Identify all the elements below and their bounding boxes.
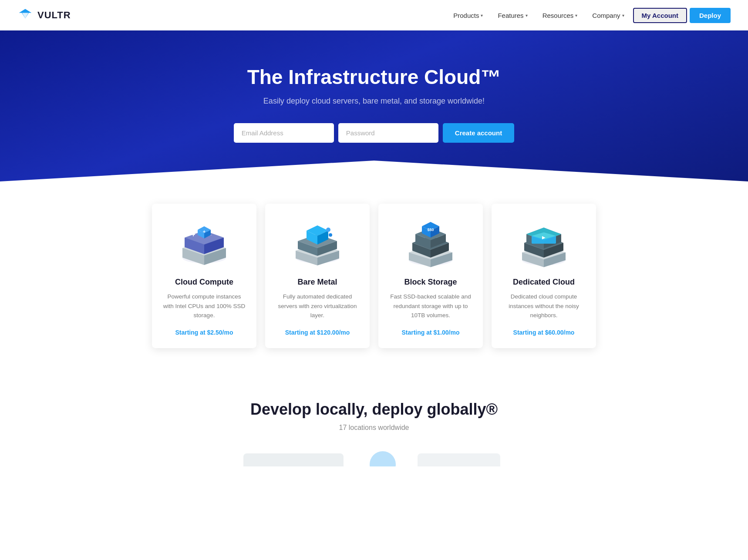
nav-item-company[interactable]: Company ▾ (586, 8, 630, 23)
nav-item-features[interactable]: Features ▾ (492, 8, 533, 23)
svg-text:+: + (191, 231, 195, 238)
card-title: Cloud Compute (175, 278, 233, 287)
nav-item-resources[interactable]: Resources ▾ (536, 8, 584, 23)
svg-point-29 (329, 233, 332, 237)
my-account-button[interactable]: My Account (633, 8, 687, 23)
svg-marker-1 (22, 13, 28, 19)
card-title: Dedicated Cloud (513, 278, 575, 287)
bare-metal-icon (287, 217, 348, 269)
hero-title: The Infrastructure Cloud™ (9, 65, 739, 89)
card-title: Bare Metal (297, 278, 337, 287)
deploy-button[interactable]: Deploy (690, 8, 731, 23)
card-cloud-compute[interactable]: + + − + Cloud Compute Powerful compute i… (152, 204, 256, 348)
hero-form: Create account (9, 123, 739, 143)
cards-section: + + − + Cloud Compute Powerful compute i… (0, 195, 748, 374)
cloud-compute-icon: + + − + (174, 217, 235, 269)
card-dedicated-cloud[interactable]: ▶ Dedicated Cloud Dedicated cloud comput… (492, 204, 596, 348)
card-desc: Powerful compute instances with Intel CP… (162, 292, 246, 320)
map-row (9, 432, 739, 466)
card-desc: Dedicated cloud compute instances withou… (502, 292, 586, 320)
card-price: Starting at $1.00/mo (401, 329, 459, 336)
password-input[interactable] (338, 123, 438, 143)
hero-subtitle: Easily deploy cloud servers, bare metal,… (9, 97, 739, 106)
chevron-down-icon: ▾ (481, 13, 483, 18)
card-price: Starting at $120.00/mo (285, 329, 350, 336)
chevron-down-icon: ▾ (622, 13, 624, 18)
svg-rect-60 (418, 453, 500, 466)
card-desc: Fast SSD-backed scalable and redundant s… (389, 292, 472, 320)
block-storage-icon: $50 (400, 217, 461, 269)
card-desc: Fully automated dedicated servers with z… (276, 292, 359, 320)
svg-point-28 (326, 228, 330, 232)
card-title: Block Storage (404, 278, 457, 287)
email-input[interactable] (234, 123, 334, 143)
chevron-down-icon: ▾ (575, 13, 577, 18)
map-shape-right (418, 449, 505, 466)
svg-text:▶: ▶ (542, 235, 546, 240)
lower-subtitle: 17 locations worldwide (9, 424, 739, 432)
svg-rect-58 (243, 453, 344, 466)
map-shape-left (243, 449, 348, 466)
lower-section: Develop locally, deploy globally® 17 loc… (0, 374, 748, 484)
logo-text: VULTR (37, 10, 71, 21)
create-account-button[interactable]: Create account (443, 123, 514, 143)
card-price: Starting at $60.00/mo (513, 329, 575, 336)
vultr-logo-icon (17, 7, 33, 23)
svg-text:+: + (203, 229, 206, 234)
card-bare-metal[interactable]: Bare Metal Fully automated dedicated ser… (265, 204, 370, 348)
chevron-down-icon: ▾ (526, 13, 528, 18)
svg-point-59 (370, 451, 396, 466)
dedicated-cloud-icon: ▶ (513, 217, 574, 269)
nav-item-products[interactable]: Products ▾ (447, 8, 489, 23)
card-price: Starting at $2.50/mo (175, 329, 233, 336)
hero-section: The Infrastructure Cloud™ Easily deploy … (0, 30, 748, 195)
card-block-storage[interactable]: $50 Block Storage Fast SSD-backed scalab… (378, 204, 483, 348)
logo[interactable]: VULTR (17, 7, 71, 23)
nav-links: Products ▾ Features ▾ Resources ▾ Compan… (447, 8, 731, 23)
map-shape-center (365, 449, 400, 466)
navbar: VULTR Products ▾ Features ▾ Resources ▾ … (0, 0, 748, 30)
svg-text:$50: $50 (427, 228, 434, 232)
lower-title: Develop locally, deploy globally® (9, 400, 739, 419)
